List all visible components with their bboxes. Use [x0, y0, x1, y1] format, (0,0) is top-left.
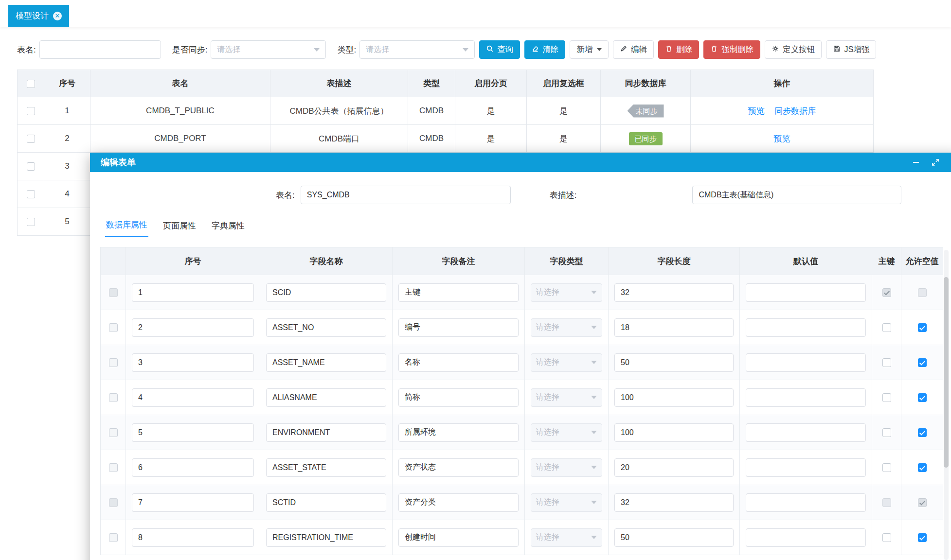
- type-filter-select[interactable]: 请选择: [359, 40, 475, 59]
- seq-input[interactable]: [132, 493, 254, 512]
- row-checkbox[interactable]: [109, 358, 118, 367]
- nullable-checkbox[interactable]: [918, 323, 927, 332]
- pk-checkbox[interactable]: [882, 428, 891, 437]
- nullable-checkbox[interactable]: [918, 393, 927, 402]
- field-comment-input[interactable]: [398, 283, 519, 302]
- default-value-input[interactable]: [746, 528, 866, 547]
- pk-checkbox[interactable]: [882, 533, 891, 542]
- field-length-input[interactable]: [614, 283, 734, 302]
- field-length-input[interactable]: [614, 318, 734, 337]
- seq-input[interactable]: [132, 423, 254, 442]
- minimize-icon[interactable]: [911, 158, 921, 167]
- row-checkbox[interactable]: [109, 463, 118, 472]
- nullable-checkbox[interactable]: [918, 358, 927, 367]
- default-value-input[interactable]: [746, 283, 866, 302]
- row-checkbox[interactable]: [109, 428, 118, 437]
- pk-checkbox[interactable]: [882, 463, 891, 472]
- pk-checkbox[interactable]: [882, 323, 891, 332]
- field-comment-input[interactable]: [398, 423, 519, 442]
- js-enhance-button[interactable]: JS增强: [826, 40, 876, 59]
- seq-input[interactable]: [132, 283, 254, 302]
- field-type-select[interactable]: 请选择: [531, 318, 602, 337]
- seq-input[interactable]: [132, 353, 254, 372]
- scrollbar-thumb[interactable]: [944, 277, 949, 468]
- add-button[interactable]: 新增: [570, 40, 609, 59]
- preview-link[interactable]: 预览: [774, 134, 790, 143]
- modal-table-name-input[interactable]: [301, 186, 511, 204]
- query-button[interactable]: 查询: [479, 40, 520, 59]
- default-value-input[interactable]: [746, 318, 866, 337]
- field-type-select[interactable]: 请选择: [531, 283, 602, 302]
- nullable-checkbox[interactable]: [918, 288, 927, 297]
- field-name-input[interactable]: [266, 528, 386, 547]
- field-name-input[interactable]: [266, 388, 386, 407]
- pk-checkbox[interactable]: [882, 498, 891, 507]
- tab-dict-attributes[interactable]: 字典属性: [211, 220, 246, 237]
- field-comment-input[interactable]: [398, 388, 519, 407]
- delete-button[interactable]: 删除: [658, 40, 699, 59]
- modal-table-desc-input[interactable]: [692, 186, 901, 204]
- field-length-input[interactable]: [614, 388, 734, 407]
- field-type-select[interactable]: 请选择: [531, 528, 602, 547]
- seq-input[interactable]: [132, 528, 254, 547]
- default-value-input[interactable]: [746, 423, 866, 442]
- table-name-input[interactable]: [39, 40, 161, 59]
- field-type-select[interactable]: 请选择: [531, 388, 602, 407]
- nullable-checkbox[interactable]: [918, 533, 927, 542]
- field-name-input[interactable]: [266, 493, 386, 512]
- maximize-icon[interactable]: [931, 158, 940, 167]
- field-length-input[interactable]: [614, 528, 734, 547]
- row-select-checkbox[interactable]: [27, 218, 35, 226]
- row-select-checkbox[interactable]: [27, 107, 35, 115]
- nullable-checkbox[interactable]: [918, 428, 927, 437]
- pk-checkbox[interactable]: [882, 393, 891, 402]
- field-comment-input[interactable]: [398, 493, 519, 512]
- field-name-input[interactable]: [266, 458, 386, 477]
- field-comment-input[interactable]: [398, 528, 519, 547]
- select-all-checkbox[interactable]: [27, 80, 35, 88]
- seq-input[interactable]: [132, 388, 254, 407]
- field-length-input[interactable]: [614, 353, 734, 372]
- modal-scrollbar[interactable]: [944, 250, 949, 560]
- field-type-select[interactable]: 请选择: [531, 458, 602, 477]
- field-type-select[interactable]: 请选择: [531, 493, 602, 512]
- default-value-input[interactable]: [746, 353, 866, 372]
- row-checkbox[interactable]: [109, 288, 118, 297]
- preview-link[interactable]: 预览: [748, 106, 765, 116]
- field-length-input[interactable]: [614, 458, 734, 477]
- row-select-checkbox[interactable]: [27, 162, 35, 171]
- row-checkbox[interactable]: [109, 393, 118, 402]
- field-type-select[interactable]: 请选择: [531, 353, 602, 372]
- field-name-input[interactable]: [266, 283, 386, 302]
- row-checkbox[interactable]: [109, 533, 118, 542]
- sync-db-link[interactable]: 同步数据库: [774, 106, 816, 116]
- seq-input[interactable]: [132, 458, 254, 477]
- nullable-checkbox[interactable]: [918, 463, 927, 472]
- sync-filter-select[interactable]: 请选择: [211, 40, 326, 59]
- field-length-input[interactable]: [614, 423, 734, 442]
- field-name-input[interactable]: [266, 423, 386, 442]
- tab-model-design[interactable]: 模型设计 ✕: [8, 5, 69, 27]
- field-comment-input[interactable]: [398, 318, 519, 337]
- default-value-input[interactable]: [746, 493, 866, 512]
- define-button[interactable]: 定义按钮: [765, 40, 822, 59]
- field-length-input[interactable]: [614, 493, 734, 512]
- row-checkbox[interactable]: [109, 498, 118, 507]
- default-value-input[interactable]: [746, 458, 866, 477]
- pk-checkbox[interactable]: [882, 358, 891, 367]
- clear-button[interactable]: 清除: [524, 40, 565, 59]
- row-select-checkbox[interactable]: [27, 190, 35, 198]
- default-value-input[interactable]: [746, 388, 866, 407]
- force-delete-button[interactable]: 强制删除: [703, 40, 760, 59]
- row-select-checkbox[interactable]: [27, 135, 35, 143]
- row-checkbox[interactable]: [109, 323, 118, 332]
- field-name-input[interactable]: [266, 353, 386, 372]
- field-type-select[interactable]: 请选择: [531, 423, 602, 442]
- tab-close-icon[interactable]: ✕: [53, 12, 62, 20]
- field-name-input[interactable]: [266, 318, 386, 337]
- seq-input[interactable]: [132, 318, 254, 337]
- tab-db-attributes[interactable]: 数据库属性: [105, 219, 148, 237]
- pk-checkbox[interactable]: [882, 288, 891, 297]
- edit-button[interactable]: 编辑: [613, 40, 654, 59]
- field-comment-input[interactable]: [398, 458, 519, 477]
